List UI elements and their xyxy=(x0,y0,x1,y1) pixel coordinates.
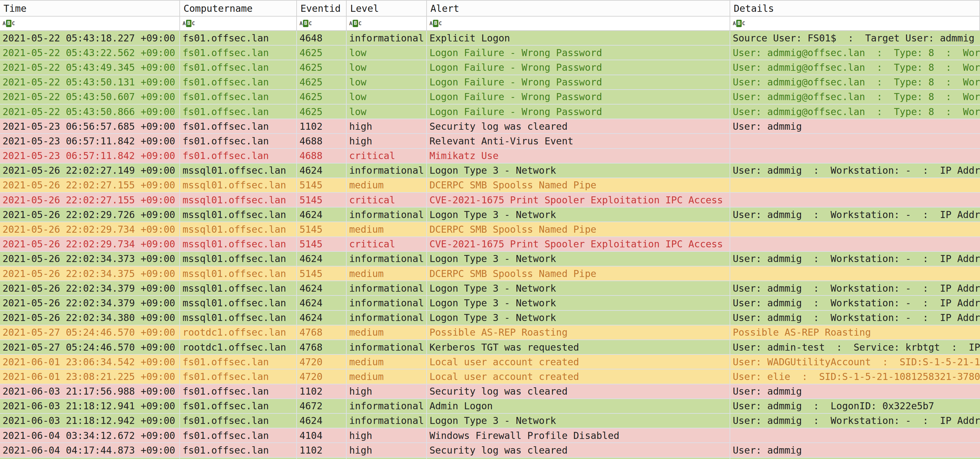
table-row[interactable]: 2021-05-22 05:43:50.866 +09:00fs01.offse… xyxy=(0,105,980,119)
table-row[interactable]: 2021-05-26 22:02:34.375 +09:00mssql01.of… xyxy=(0,266,980,281)
table-row[interactable]: 2021-05-26 22:02:29.734 +09:00mssql01.of… xyxy=(0,222,980,237)
table-row[interactable]: 2021-05-26 22:02:34.379 +09:00mssql01.of… xyxy=(0,296,980,311)
cell-alert: Mimikatz Use xyxy=(427,149,730,163)
cell-level: low xyxy=(347,75,427,89)
cell-details: User: elie : SID:S-1-5-21-1081258321-378… xyxy=(730,370,980,384)
cell-details: User: admmig : Workstation: - : IP Addre xyxy=(730,281,980,295)
cell-details: User: admmig : Workstation: - : IP Addre xyxy=(730,164,980,177)
cell-time: 2021-06-04 03:34:12.672 +09:00 xyxy=(0,429,180,442)
cell-alert: Explicit Logon xyxy=(427,31,730,45)
table-row[interactable]: 2021-05-26 22:02:29.726 +09:00mssql01.of… xyxy=(0,207,980,222)
cell-alert: Logon Failure - Wrong Password xyxy=(427,105,730,119)
cell-details: User: admmig : Workstation: - : IP Addre xyxy=(730,414,980,428)
cell-time: 2021-05-26 22:02:29.734 +09:00 xyxy=(0,237,180,251)
table-row[interactable]: 2021-05-22 05:43:50.131 +09:00fs01.offse… xyxy=(0,75,980,90)
cell-eventid: 4624 xyxy=(297,311,347,325)
abc-icon-letter: A xyxy=(733,21,736,26)
cell-details: User: admmig@offsec.lan : Type: 8 : Work xyxy=(730,105,980,119)
cell-details: User: admmig : Workstation: - : IP Addre xyxy=(730,311,980,325)
cell-time: 2021-06-03 21:17:56.988 +09:00 xyxy=(0,384,180,398)
table-row[interactable]: 2021-05-26 22:02:27.155 +09:00mssql01.of… xyxy=(0,193,980,207)
filter-cell-details[interactable]: ABC xyxy=(730,17,980,30)
abc-icon-letter: C xyxy=(309,21,312,26)
cell-eventid: 4672 xyxy=(297,399,347,413)
table-row[interactable]: 2021-06-01 23:06:34.542 +09:00fs01.offse… xyxy=(0,355,980,370)
abc-icon-letter: A xyxy=(349,21,352,26)
table-row[interactable]: 2021-05-27 05:24:46.570 +09:00rootdc1.of… xyxy=(0,340,980,355)
cell-computer: fs01.offsec.lan xyxy=(180,399,297,413)
table-row[interactable]: 2021-05-26 22:02:34.373 +09:00mssql01.of… xyxy=(0,252,980,266)
cell-level: high xyxy=(347,429,427,442)
table-row[interactable]: 2021-05-23 06:57:11.842 +09:00fs01.offse… xyxy=(0,149,980,164)
cell-level: informational xyxy=(347,31,427,45)
cell-eventid: 4720 xyxy=(297,355,347,369)
table-row[interactable]: 2021-06-04 04:17:44.873 +09:00fs01.offse… xyxy=(0,443,980,458)
table-row[interactable]: 2021-05-23 06:56:57.685 +09:00fs01.offse… xyxy=(0,119,980,134)
table-row[interactable]: 2021-05-22 05:43:22.562 +09:00fs01.offse… xyxy=(0,46,980,60)
table-row[interactable]: 2021-05-26 22:02:29.734 +09:00mssql01.of… xyxy=(0,237,980,252)
abc-icon-letter: B xyxy=(303,20,309,27)
cell-computer: mssql01.offsec.lan xyxy=(180,237,297,251)
table-row[interactable]: 2021-05-22 05:43:49.345 +09:00fs01.offse… xyxy=(0,60,980,75)
cell-time: 2021-05-26 22:02:27.155 +09:00 xyxy=(0,193,180,207)
cell-eventid: 4624 xyxy=(297,296,347,310)
table-row[interactable]: 2021-05-22 05:43:50.607 +09:00fs01.offse… xyxy=(0,90,980,105)
table-row[interactable]: 2021-05-26 22:02:27.155 +09:00mssql01.of… xyxy=(0,178,980,193)
table-row-partial[interactable] xyxy=(0,458,980,459)
cell-details: User: admmig xyxy=(730,119,980,133)
filter-cell-eventid[interactable]: ABC xyxy=(297,17,347,30)
cell-computer: fs01.offsec.lan xyxy=(180,60,297,74)
table-row[interactable]: 2021-06-03 21:18:12.942 +09:00fs01.offse… xyxy=(0,414,980,429)
column-header-eventid[interactable]: Eventid xyxy=(297,1,347,16)
filter-cell-time[interactable]: ABC xyxy=(0,17,180,30)
column-header-details[interactable]: Details xyxy=(730,1,980,16)
cell-details: User: admmig : LogonID: 0x322e5b7 xyxy=(730,399,980,413)
abc-icon-letter: B xyxy=(433,20,439,27)
cell-computer: fs01.offsec.lan xyxy=(180,384,297,398)
column-header-time[interactable]: Time xyxy=(0,1,180,16)
table-row[interactable]: 2021-05-23 06:57:11.842 +09:00fs01.offse… xyxy=(0,134,980,148)
column-header-alert[interactable]: Alert xyxy=(427,1,730,16)
table-row[interactable]: 2021-05-26 22:02:34.380 +09:00mssql01.of… xyxy=(0,311,980,325)
filter-cell-level[interactable]: ABC xyxy=(347,17,427,30)
filter-cell-alert[interactable]: ABC xyxy=(427,17,730,30)
cell-level: medium xyxy=(347,266,427,280)
cell-details: User: admmig : Workstation: - : IP Addre xyxy=(730,207,980,222)
cell-level: low xyxy=(347,105,427,119)
column-header-level[interactable]: Level xyxy=(347,1,427,16)
cell-alert: Logon Failure - Wrong Password xyxy=(427,75,730,89)
table-row[interactable]: 2021-06-03 21:17:56.988 +09:00fs01.offse… xyxy=(0,384,980,399)
cell-level: high xyxy=(347,119,427,133)
cell-level: critical xyxy=(347,237,427,251)
cell-time xyxy=(0,458,180,459)
table-row[interactable]: 2021-05-22 05:43:18.227 +09:00fs01.offse… xyxy=(0,31,980,46)
cell-details xyxy=(730,266,980,280)
cell-computer: mssql01.offsec.lan xyxy=(180,207,297,222)
table-row[interactable]: 2021-05-27 05:24:46.570 +09:00rootdc1.of… xyxy=(0,325,980,340)
cell-details: User: admmig : Workstation: - : IP Addre xyxy=(730,252,980,266)
cell-alert: DCERPC SMB Spoolss Named Pipe xyxy=(427,222,730,236)
cell-alert: Logon Failure - Wrong Password xyxy=(427,46,730,60)
cell-details: User: WADGUtilityAccount : SID:S-1-5-21-… xyxy=(730,355,980,369)
abc-icon-letter: B xyxy=(186,20,192,27)
table-row[interactable]: 2021-06-04 03:34:12.672 +09:00fs01.offse… xyxy=(0,429,980,443)
cell-level: low xyxy=(347,46,427,60)
cell-alert: Security log was cleared xyxy=(427,443,730,457)
cell-computer: mssql01.offsec.lan xyxy=(180,193,297,207)
cell-details: User: admmig@offsec.lan : Type: 8 : Work xyxy=(730,90,980,104)
cell-eventid: 1102 xyxy=(297,384,347,398)
table-row[interactable]: 2021-06-03 21:18:12.941 +09:00fs01.offse… xyxy=(0,399,980,414)
cell-time: 2021-06-01 23:08:21.225 +09:00 xyxy=(0,370,180,384)
cell-alert: Logon Failure - Wrong Password xyxy=(427,90,730,104)
cell-details: User: admmig xyxy=(730,443,980,457)
table-row[interactable]: 2021-05-26 22:02:34.379 +09:00mssql01.of… xyxy=(0,281,980,296)
filter-cell-computer[interactable]: ABC xyxy=(180,17,297,30)
cell-eventid: 4688 xyxy=(297,149,347,163)
cell-computer: fs01.offsec.lan xyxy=(180,414,297,428)
cell-level: high xyxy=(347,443,427,457)
abc-icon-letter: A xyxy=(299,21,303,26)
column-header-computer[interactable]: Computername xyxy=(180,1,297,16)
cell-level: high xyxy=(347,134,427,148)
table-row[interactable]: 2021-05-26 22:02:27.149 +09:00mssql01.of… xyxy=(0,164,980,178)
table-row[interactable]: 2021-06-01 23:08:21.225 +09:00fs01.offse… xyxy=(0,370,980,384)
